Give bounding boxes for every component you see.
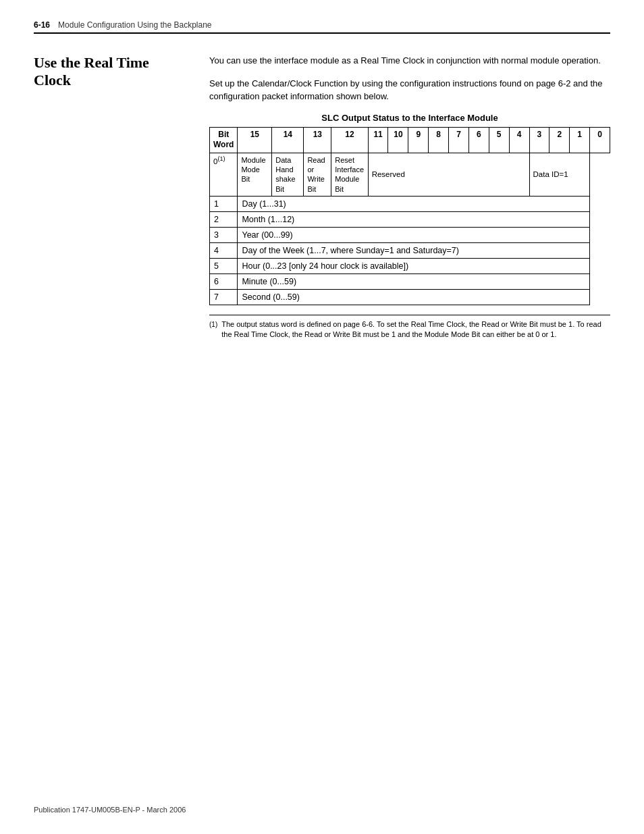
col-header-3: 3 bbox=[529, 127, 549, 153]
page-header: 6-16 Module Configuration Using the Back… bbox=[34, 20, 610, 34]
footnote-section: (1) The output status word is defined on… bbox=[209, 315, 610, 340]
row0-col14: Data Hand shake Bit bbox=[272, 153, 304, 196]
table-row-4: 4 Day of the Week (1...7, where Sunday=1… bbox=[210, 242, 610, 258]
paragraph-2: Set up the Calendar/Clock Function by us… bbox=[209, 77, 610, 103]
row0-reserved: Reserved bbox=[368, 153, 529, 196]
col-header-0: 0 bbox=[590, 127, 610, 153]
row7-content: Second (0...59) bbox=[238, 289, 590, 305]
table-row-0: 0(1) Module Mode Bit Data Hand shake Bit… bbox=[210, 153, 610, 196]
row0-word: 0(1) bbox=[210, 153, 238, 196]
header-title: Module Configuration Using the Backplane bbox=[58, 20, 211, 30]
page-footer: Publication 1747-UM005B-EN-P - March 200… bbox=[34, 806, 610, 814]
row3-num: 3 bbox=[210, 227, 238, 242]
row6-content: Minute (0...59) bbox=[238, 273, 590, 289]
col-header-4: 4 bbox=[509, 127, 529, 153]
table-row-5: 5 Hour (0...23 [only 24 hour clock is av… bbox=[210, 258, 610, 273]
footnote-text: The output status word is defined on pag… bbox=[221, 319, 610, 340]
slc-output-table: BitWord 15 14 13 12 11 10 9 8 7 6 5 bbox=[209, 127, 610, 305]
col-header-5: 5 bbox=[489, 127, 509, 153]
section-title: Use the Real Time Clock bbox=[34, 54, 189, 90]
row4-num: 4 bbox=[210, 242, 238, 258]
col-header-14: 14 bbox=[272, 127, 304, 153]
table-row-3: 3 Year (00...99) bbox=[210, 227, 610, 242]
col-header-6: 6 bbox=[468, 127, 489, 153]
col-header-15: 15 bbox=[238, 127, 272, 153]
col-header-11: 11 bbox=[368, 127, 388, 153]
col-header-9: 9 bbox=[408, 127, 429, 153]
row1-content: Day (1...31) bbox=[238, 196, 590, 211]
table-section: SLC Output Status to the Interface Modul… bbox=[209, 113, 610, 340]
row2-content: Month (1...12) bbox=[238, 211, 590, 227]
paragraph-1: You can use the interface module as a Re… bbox=[209, 54, 610, 68]
col-header-10: 10 bbox=[388, 127, 408, 153]
row0-col13: Read or Write Bit bbox=[304, 153, 331, 196]
table-row-7: 7 Second (0...59) bbox=[210, 289, 610, 305]
table-title: SLC Output Status to the Interface Modul… bbox=[209, 113, 610, 123]
row5-content: Hour (0...23 [only 24 hour clock is avai… bbox=[238, 258, 590, 273]
col-header-2: 2 bbox=[549, 127, 570, 153]
section-heading: Use the Real Time Clock bbox=[34, 54, 189, 340]
row4-content: Day of the Week (1...7, where Sunday=1 a… bbox=[238, 242, 590, 258]
table-row-6: 6 Minute (0...59) bbox=[210, 273, 610, 289]
col-header-7: 7 bbox=[449, 127, 469, 153]
col-header-1: 1 bbox=[570, 127, 590, 153]
bit-word-col-header: BitWord bbox=[210, 127, 238, 153]
footnote: (1) The output status word is defined on… bbox=[209, 319, 610, 340]
page: 6-16 Module Configuration Using the Back… bbox=[0, 0, 644, 834]
page-number: 6-16 bbox=[34, 20, 50, 30]
row3-content: Year (00...99) bbox=[238, 227, 590, 242]
col-header-13: 13 bbox=[304, 127, 331, 153]
row2-num: 2 bbox=[210, 211, 238, 227]
table-header-row: BitWord 15 14 13 12 11 10 9 8 7 6 5 bbox=[210, 127, 610, 153]
footnote-ref: (1) bbox=[209, 319, 217, 340]
row6-num: 6 bbox=[210, 273, 238, 289]
row7-num: 7 bbox=[210, 289, 238, 305]
section-body: You can use the interface module as a Re… bbox=[209, 54, 610, 340]
footer-text: Publication 1747-UM005B-EN-P - March 200… bbox=[34, 806, 186, 814]
row5-num: 5 bbox=[210, 258, 238, 273]
col-header-8: 8 bbox=[429, 127, 449, 153]
row1-num: 1 bbox=[210, 196, 238, 211]
row0-col15: Module Mode Bit bbox=[238, 153, 272, 196]
row0-dataid: Data ID=1 bbox=[529, 153, 590, 196]
col-header-12: 12 bbox=[331, 127, 368, 153]
table-row-1: 1 Day (1...31) bbox=[210, 196, 610, 211]
row0-col12: Reset Interface Module Bit bbox=[331, 153, 368, 196]
table-row-2: 2 Month (1...12) bbox=[210, 211, 610, 227]
content-section: Use the Real Time Clock You can use the … bbox=[34, 54, 610, 340]
